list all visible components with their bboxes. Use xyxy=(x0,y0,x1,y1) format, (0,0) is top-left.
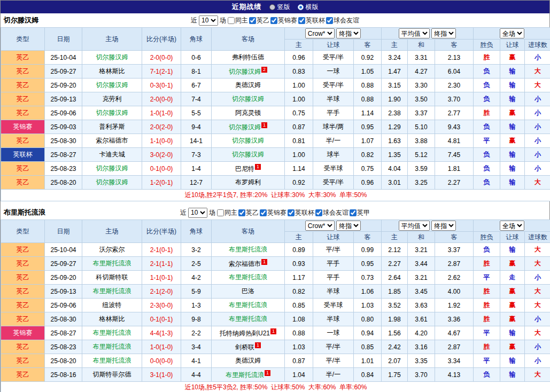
filter-checkbox[interactable]: 球会友谊 xyxy=(326,16,359,25)
filter-checkbox[interactable]: 英锦赛 xyxy=(270,16,297,25)
asian-odds-time-select[interactable]: 终指 xyxy=(336,28,361,38)
europe-avg-select[interactable]: 平均值 xyxy=(399,28,430,38)
winloss-result-cell: 胜 xyxy=(474,299,500,312)
filter-checkbox[interactable]: 英乙 xyxy=(249,16,269,25)
team-name[interactable]: 切尔滕汉姆 xyxy=(96,164,128,172)
team-name[interactable]: 剑桥联 xyxy=(235,343,254,351)
filter-checkbox[interactable]: 同主 xyxy=(228,16,248,25)
team-name[interactable]: 布里斯托流浪 xyxy=(229,273,267,281)
filter-suffix: 场 xyxy=(209,208,215,217)
team-name[interactable]: 格林斯比 xyxy=(99,67,125,75)
top-bar: 近期战绩 竖版 横版 xyxy=(1,1,549,13)
team-name[interactable]: 切尔滕汉姆 xyxy=(232,151,264,158)
team-name[interactable]: 索尔福德市 xyxy=(96,137,128,144)
checkbox-input[interactable] xyxy=(249,17,256,24)
checkbox-input[interactable] xyxy=(288,209,295,216)
checkbox-input[interactable] xyxy=(326,17,333,24)
checkbox-input[interactable] xyxy=(217,209,224,216)
score-cell: 2-1(1-1) xyxy=(142,257,181,271)
filter-checkbox[interactable]: 球会友谊 xyxy=(315,208,348,217)
checkbox-input[interactable] xyxy=(298,17,305,24)
bookmaker-select[interactable]: Crow* xyxy=(305,221,335,231)
team-name[interactable]: 布里斯托流浪 xyxy=(226,371,264,379)
asian-handicap-cell: 半球 xyxy=(313,285,354,299)
filter-checkbox[interactable]: 英联杯 xyxy=(298,16,325,25)
team-name[interactable]: 普利茅斯 xyxy=(99,123,125,130)
checkbox-input[interactable] xyxy=(238,209,245,216)
result-scope-select[interactable]: 全场 xyxy=(500,221,524,231)
layout-radio-vertical[interactable]: 竖版 xyxy=(269,3,290,12)
radio-icon-horizontal[interactable] xyxy=(298,4,304,10)
team-name[interactable]: 切尔滕汉姆 xyxy=(96,109,128,116)
league-type-cell: 英乙 xyxy=(1,51,45,65)
team-title: 切尔滕汉姆 xyxy=(4,15,38,25)
team-name[interactable]: 索尔福德市 xyxy=(229,260,261,268)
team-name[interactable]: 布里斯托流浪 xyxy=(229,301,267,309)
team-name[interactable]: 布里斯托流浪 xyxy=(93,329,131,336)
team-name[interactable]: 切尔滕汉姆 xyxy=(96,178,128,186)
team-name[interactable]: 托特纳姆热刺U21 xyxy=(220,330,270,337)
result-scope-select[interactable]: 全场 xyxy=(500,28,524,38)
checkbox-input[interactable] xyxy=(270,17,277,24)
checkbox-input[interactable] xyxy=(350,209,357,216)
europe-odds-time-select[interactable]: 终指 xyxy=(431,221,456,231)
asian-away-odds-cell: 0.88 xyxy=(354,79,382,92)
team-name[interactable]: 切尔滕汉姆 xyxy=(232,137,264,144)
team-name[interactable]: 布罗姆利 xyxy=(235,178,261,186)
team-name[interactable]: 切尔滕汉姆 xyxy=(96,81,128,89)
team-name[interactable]: 阿克灵顿 xyxy=(235,109,261,116)
europe-avg-select[interactable]: 平均值 xyxy=(399,221,430,231)
checkbox-input[interactable] xyxy=(228,17,235,24)
team-name[interactable]: 布里斯托流浪 xyxy=(93,287,131,295)
date-cell: 25-08-23 xyxy=(45,162,82,176)
team-name[interactable]: 布里斯托流浪 xyxy=(93,357,131,364)
team-name[interactable]: 科切斯特联 xyxy=(96,273,128,281)
team-name[interactable]: 巴洛 xyxy=(242,287,254,295)
asian-handicap-cell: 一球 xyxy=(313,326,354,340)
team-name[interactable]: 克劳利 xyxy=(103,95,122,103)
asian-handicap-cell: 平/半 xyxy=(313,340,354,354)
europe-draw-odds-cell: 3.61 xyxy=(408,312,435,326)
asian-odds-time-select[interactable]: 终指 xyxy=(336,221,361,231)
europe-away-odds-cell: 2.87 xyxy=(435,340,474,354)
team-name[interactable]: 切尔滕汉姆 xyxy=(229,123,261,131)
team-name[interactable]: 布里斯托流浪 xyxy=(93,343,131,350)
bookmaker-select[interactable]: Crow* xyxy=(305,28,335,38)
recent-results-page: 近期战绩 竖版 横版 切尔滕汉姆 近 10 场 同主英乙英锦赛英联杯球会友谊 xyxy=(0,0,550,392)
team-name[interactable]: 切斯特菲尔德 xyxy=(93,371,131,378)
match-count-select[interactable]: 10 xyxy=(188,208,207,218)
match-count-select[interactable]: 10 xyxy=(199,15,218,26)
checkbox-input[interactable] xyxy=(260,209,267,216)
match-row: 英乙25-09-27格林斯比7-1(2-1)8-1切尔滕汉姆20.83一球1.0… xyxy=(1,65,550,79)
layout-radio-horizontal[interactable]: 横版 xyxy=(298,3,319,12)
team-name[interactable]: 布里斯托流浪 xyxy=(229,246,267,253)
filter-checkbox[interactable]: 英联杯 xyxy=(288,208,314,217)
handicap-result-cell: 输 xyxy=(500,120,525,134)
europe-odds-time-select[interactable]: 终指 xyxy=(431,28,456,38)
team-name[interactable]: 切尔滕汉姆 xyxy=(96,53,128,61)
team-name[interactable]: 格林斯比 xyxy=(99,315,125,323)
handicap-result-cell: 输 xyxy=(500,354,525,368)
team-name[interactable]: 布里斯托流浪 xyxy=(229,315,267,323)
team-name[interactable]: 巴尼特 xyxy=(235,165,254,173)
europe-home-odds-cell: 1.85 xyxy=(382,285,408,299)
team-name[interactable]: 切尔滕汉姆 xyxy=(232,95,264,103)
asian-away-odds-cell: 0.94 xyxy=(354,326,382,340)
match-row: 英锦赛25-08-27布里斯托流浪4-4(1-3)2-2托特纳姆热刺U2110.… xyxy=(1,326,550,340)
team-name[interactable]: 卡迪夫城 xyxy=(99,151,125,158)
team-name[interactable]: 布里斯托流浪 xyxy=(93,260,131,267)
team-name[interactable]: 切尔滕汉姆 xyxy=(229,68,261,75)
radio-icon-vertical[interactable] xyxy=(269,4,275,10)
filter-checkbox[interactable]: 英甲 xyxy=(350,208,370,217)
checkbox-input[interactable] xyxy=(315,209,322,216)
goals-result-cell: 小 xyxy=(525,106,550,120)
match-row: 英乙25-08-23布里斯托流浪1-0(1-0)3-4剑桥联11.03平/半0.… xyxy=(1,340,550,354)
filter-checkbox[interactable]: 英乙 xyxy=(238,208,259,217)
team-name[interactable]: 沃尔索尔 xyxy=(99,246,125,253)
team-name[interactable]: 奥德汉姆 xyxy=(235,81,261,89)
team-name[interactable]: 弗利特伍德 xyxy=(232,53,264,61)
filter-checkbox[interactable]: 同主 xyxy=(217,208,237,217)
team-name[interactable]: 奥德汉姆 xyxy=(235,357,261,364)
team-name[interactable]: 纽波特 xyxy=(103,301,122,309)
filter-checkbox[interactable]: 英锦赛 xyxy=(260,208,286,217)
